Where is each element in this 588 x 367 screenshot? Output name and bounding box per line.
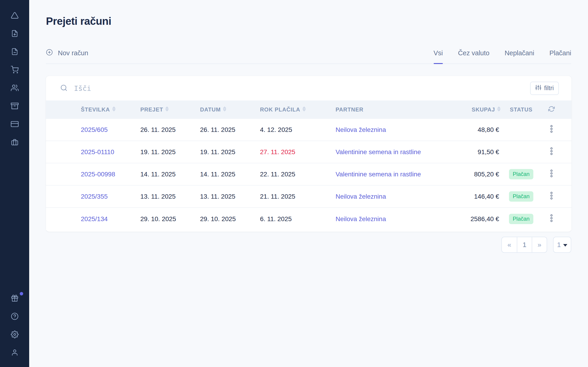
- column-label: ŠTEVILKA: [81, 106, 110, 113]
- sort-icon: [165, 106, 169, 113]
- sidebar: [0, 0, 29, 367]
- due-date: 4. 12. 2025: [260, 126, 336, 133]
- toolbar: Nov račun Vsi Čez valuto Neplačani Plača…: [46, 42, 571, 64]
- caret-down-icon: [563, 244, 567, 247]
- tab-vsi[interactable]: Vsi: [434, 42, 443, 64]
- sidebar-item-partners[interactable]: [11, 84, 19, 92]
- sidebar-item-new-document[interactable]: [11, 30, 19, 38]
- column-header-datum[interactable]: DATUM: [200, 106, 260, 113]
- tab-label: Plačani: [549, 49, 571, 57]
- sidebar-item-whats-new[interactable]: [11, 295, 19, 302]
- received-date: 26. 11. 2025: [140, 126, 200, 133]
- column-header-stevilka[interactable]: ŠTEVILKA: [81, 106, 140, 113]
- refresh-button[interactable]: [542, 106, 561, 114]
- row-menu-button[interactable]: [542, 147, 561, 157]
- invoice-number-link[interactable]: 2025-00998: [81, 171, 140, 178]
- column-label: DATUM: [200, 106, 221, 113]
- briefcase-icon: [11, 139, 18, 147]
- partner-link[interactable]: Neilova železnina: [336, 193, 436, 200]
- column-header-prejet[interactable]: PREJET: [140, 106, 200, 113]
- sort-icon: [303, 106, 306, 113]
- row-menu-button[interactable]: [542, 192, 561, 201]
- prev-page-button[interactable]: «: [502, 237, 517, 252]
- invoice-number-link[interactable]: 2025/355: [81, 193, 140, 200]
- new-invoice-label: Nov račun: [58, 49, 88, 57]
- due-date-overdue: 27. 11. 2025: [260, 148, 336, 156]
- file-plus-icon: [11, 30, 18, 38]
- sidebar-item-help[interactable]: [11, 313, 19, 321]
- tab-cez-valuto[interactable]: Čez valuto: [458, 42, 489, 64]
- column-header-rok-placila[interactable]: ROK PLAČILA: [260, 106, 336, 113]
- gear-icon: [11, 331, 19, 339]
- sidebar-item-payments[interactable]: [11, 121, 19, 128]
- sidebar-nav-top: [11, 0, 19, 147]
- kebab-icon: [550, 192, 553, 201]
- total-amount: 91,50 €: [436, 148, 501, 156]
- sidebar-item-settings[interactable]: [11, 331, 19, 339]
- current-page[interactable]: 1: [517, 237, 532, 252]
- filters-button[interactable]: filtri: [530, 82, 559, 95]
- kebab-icon: [550, 147, 553, 157]
- tab-label: Neplačani: [505, 49, 534, 57]
- invoice-number-link[interactable]: 2025/134: [81, 215, 140, 223]
- due-date: 21. 11. 2025: [260, 193, 336, 200]
- row-menu-button[interactable]: [542, 214, 561, 224]
- status-cell: Plačan: [501, 191, 542, 202]
- column-label: PREJET: [140, 106, 163, 113]
- status-badge-paid: Plačan: [509, 214, 533, 224]
- partner-link[interactable]: Neilova železnina: [336, 126, 436, 133]
- users-icon: [11, 84, 19, 93]
- sidebar-nav-bottom: [11, 295, 19, 367]
- status-cell: Plačan: [501, 214, 542, 224]
- column-header-partner: PARTNER: [336, 106, 436, 113]
- sidebar-item-business[interactable]: [11, 139, 19, 147]
- sidebar-item-orders[interactable]: [11, 66, 19, 74]
- due-date: 22. 11. 2025: [260, 171, 336, 178]
- tab-placani[interactable]: Plačani: [549, 42, 571, 64]
- total-amount: 48,80 €: [436, 126, 501, 133]
- received-date: 14. 11. 2025: [140, 171, 200, 178]
- sliders-icon: [535, 84, 541, 92]
- sidebar-item-inventory[interactable]: [11, 102, 19, 110]
- received-date: 13. 11. 2025: [140, 193, 200, 200]
- next-page-button[interactable]: »: [532, 237, 547, 252]
- active-tab-underline: [434, 63, 443, 64]
- pagination: « 1 » 1: [502, 237, 571, 253]
- row-menu-button[interactable]: [542, 169, 561, 179]
- sidebar-item-home[interactable]: [11, 12, 19, 20]
- refresh-icon: [548, 106, 555, 114]
- sort-icon: [223, 106, 226, 113]
- invoice-number-link[interactable]: 2025/605: [81, 126, 140, 133]
- sidebar-item-account[interactable]: [11, 349, 19, 357]
- invoice-date: 13. 11. 2025: [200, 193, 260, 200]
- invoice-number-link[interactable]: 2025-01110: [81, 148, 140, 156]
- page-title: Prejeti računi: [46, 15, 111, 27]
- sort-icon: [497, 106, 501, 113]
- plus-circle-icon: [46, 49, 53, 57]
- total-amount: 805,20 €: [436, 171, 501, 178]
- invoice-date: 29. 10. 2025: [200, 215, 260, 223]
- sidebar-item-received-documents[interactable]: [11, 48, 19, 56]
- page-size-value: 1: [557, 241, 561, 249]
- column-label: SKUPAJ: [472, 106, 495, 113]
- page-group: « 1 »: [502, 237, 547, 253]
- row-menu-button[interactable]: [542, 125, 561, 134]
- tab-neplacani[interactable]: Neplačani: [505, 42, 534, 64]
- status-badge-paid: Plačan: [509, 169, 533, 179]
- column-label: PARTNER: [336, 106, 363, 113]
- new-invoice-button[interactable]: Nov račun: [46, 49, 88, 57]
- help-circle-icon: [11, 312, 19, 321]
- kebab-icon: [550, 214, 553, 224]
- archive-icon: [11, 102, 19, 111]
- page-size-dropdown[interactable]: 1: [553, 237, 571, 253]
- kebab-icon: [550, 169, 553, 179]
- partner-link[interactable]: Valentinine semena in rastline: [336, 171, 436, 178]
- column-header-skupaj[interactable]: SKUPAJ: [436, 106, 501, 113]
- partner-link[interactable]: Valentinine semena in rastline: [336, 148, 436, 156]
- credit-card-icon: [11, 120, 19, 129]
- table-row: 2025/355 13. 11. 2025 13. 11. 2025 21. 1…: [46, 186, 571, 208]
- table-row: 2025-00998 14. 11. 2025 14. 11. 2025 22.…: [46, 163, 571, 186]
- notification-dot: [20, 292, 23, 295]
- search-input[interactable]: [74, 84, 530, 92]
- partner-link[interactable]: Neilova železnina: [336, 215, 436, 223]
